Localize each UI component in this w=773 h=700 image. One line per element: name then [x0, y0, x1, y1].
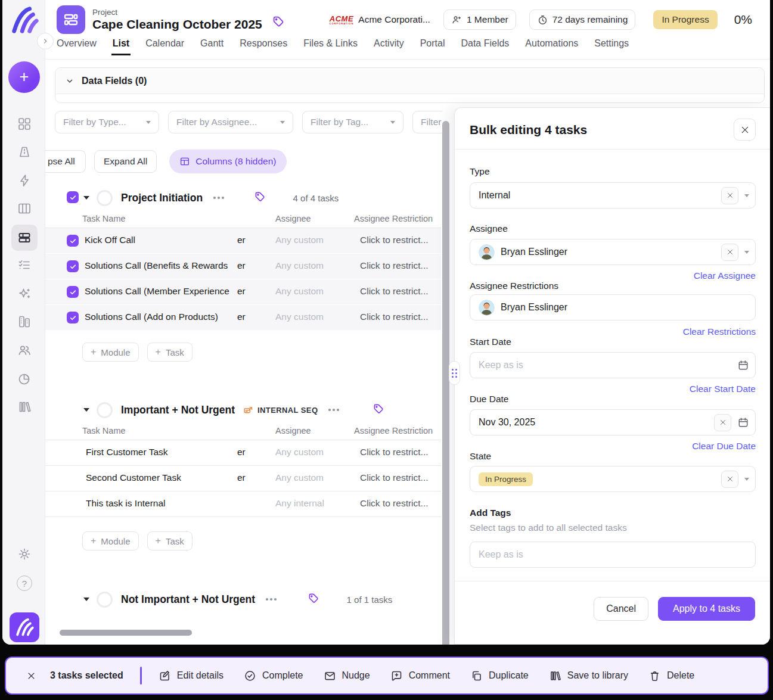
sidebar-item-automations[interactable] [17, 173, 32, 188]
sidebar-item-tasks[interactable] [17, 258, 32, 272]
task-assignee[interactable]: Any custom [275, 447, 330, 458]
task-name[interactable]: First Customer Task [86, 447, 236, 458]
collapse-all-button[interactable]: pse All [45, 150, 86, 173]
clear-type-button[interactable] [721, 187, 738, 204]
filter-more-dropdown[interactable]: Filter [412, 111, 442, 133]
calendar-icon[interactable] [737, 416, 749, 428]
section-menu-button[interactable] [328, 409, 339, 411]
tab-overview[interactable]: Overview [57, 38, 97, 52]
days-remaining-button[interactable]: 72 days remaining [529, 10, 636, 30]
task-name[interactable]: Solutions Call (Benefits & Rewards [85, 260, 235, 271]
client-chip[interactable]: ACME CORPORATION Acme Corporati... [330, 14, 430, 25]
project-tags-button[interactable] [272, 15, 285, 30]
table-row[interactable]: This task is Internal Any internal Click… [45, 491, 441, 517]
tab-automations[interactable]: Automations [525, 38, 578, 52]
tab-portal[interactable]: Portal [420, 38, 445, 52]
row-checkbox[interactable] [67, 312, 79, 323]
tab-gantt[interactable]: Gantt [200, 38, 223, 52]
status-badge[interactable]: In Progress [653, 10, 717, 29]
task-assignee[interactable]: Any custom [275, 260, 330, 271]
filter-assignee-dropdown[interactable]: Filter by Assignee... [168, 111, 293, 133]
sidebar-expand-button[interactable] [37, 33, 54, 49]
sidebar-item-reports[interactable] [17, 372, 32, 386]
section-collapse-caret[interactable] [83, 598, 89, 601]
row-checkbox[interactable] [67, 286, 79, 298]
sidebar-item-projects[interactable] [11, 225, 38, 251]
clear-due-x-button[interactable] [714, 414, 731, 431]
edit-details-button[interactable]: Edit details [159, 670, 223, 682]
section-tags-button[interactable] [254, 191, 266, 205]
row-checkbox[interactable] [67, 260, 79, 272]
clear-due-date-link[interactable]: Clear Due Date [692, 441, 756, 453]
clear-selection-button[interactable] [27, 671, 36, 680]
data-fields-header[interactable]: Data Fields (0) [55, 68, 764, 94]
members-button[interactable]: 1 Member [443, 10, 516, 30]
clear-start-date-link[interactable]: Clear Start Date [690, 384, 756, 396]
tab-data-fields[interactable]: Data Fields [461, 38, 509, 52]
create-button[interactable]: + [8, 61, 40, 93]
apply-button[interactable]: Apply to 4 tasks [658, 597, 755, 621]
calendar-icon[interactable] [737, 359, 749, 371]
section-tags-button[interactable] [372, 403, 384, 417]
section-tags-button[interactable] [308, 592, 319, 606]
nudge-button[interactable]: Nudge [324, 670, 370, 682]
type-field[interactable]: Internal [470, 182, 756, 209]
filter-tag-dropdown[interactable]: Filter by Tag... [302, 111, 403, 133]
save-to-library-button[interactable]: Save to library [549, 670, 628, 682]
add-tags-input[interactable] [479, 549, 749, 560]
task-assignee[interactable]: Any internal [275, 498, 330, 509]
tab-files-links[interactable]: Files & Links [303, 38, 358, 52]
sidebar-item-dashboard[interactable] [17, 117, 32, 131]
start-date-input[interactable] [479, 360, 731, 371]
clear-restrictions-link[interactable]: Clear Restrictions [683, 326, 756, 338]
add-module-button[interactable]: +Module [82, 531, 139, 550]
add-task-button[interactable]: +Task [147, 343, 193, 362]
clear-assignee-link[interactable]: Clear Assignee [694, 270, 756, 282]
table-row[interactable]: Second Customer Task er Any custom Click… [45, 466, 441, 491]
section-checkbox[interactable] [67, 191, 79, 203]
task-name[interactable]: This task is Internal [86, 498, 236, 509]
task-restriction[interactable]: Click to restrict... [360, 235, 441, 245]
caret-down-icon[interactable] [744, 194, 749, 197]
task-restriction[interactable]: Click to restrict... [360, 286, 441, 297]
task-restriction[interactable]: Click to restrict... [360, 498, 441, 509]
task-restriction[interactable]: Click to restrict... [360, 447, 441, 458]
table-row[interactable]: Kick Off Call er Any custom Click to res… [45, 228, 441, 254]
task-name[interactable]: Kick Off Call [85, 235, 235, 245]
expand-all-button[interactable]: Expand All [94, 150, 157, 173]
tab-list[interactable]: List [113, 38, 129, 52]
task-restriction[interactable]: Click to restrict... [360, 312, 441, 322]
row-checkbox[interactable] [67, 235, 79, 247]
sidebar-item-board[interactable] [17, 201, 32, 216]
columns-button[interactable]: Columns (8 hidden) [169, 150, 286, 173]
cancel-button[interactable]: Cancel [594, 597, 648, 621]
add-tags-field[interactable] [470, 542, 756, 568]
sidebar-item-ai[interactable] [17, 287, 32, 301]
tab-settings[interactable]: Settings [594, 38, 629, 52]
task-assignee[interactable]: Any custom [275, 235, 330, 245]
table-row[interactable]: Solutions Call (Member Experience er Any… [45, 279, 441, 305]
section-menu-button[interactable] [266, 598, 277, 601]
section-status-circle[interactable] [97, 592, 113, 608]
task-name[interactable]: Second Customer Task [86, 472, 236, 483]
tab-calendar[interactable]: Calendar [145, 38, 184, 52]
restrictions-field[interactable]: Bryan Esslinger [470, 294, 756, 321]
horizontal-scrollbar[interactable] [60, 630, 192, 636]
filter-type-dropdown[interactable]: Filter by Type... [55, 111, 159, 133]
sidebar-item-library[interactable] [17, 400, 32, 414]
clear-state-button[interactable] [721, 471, 738, 488]
start-date-field[interactable] [470, 352, 756, 378]
task-name[interactable]: Solutions Call (Member Experience [85, 286, 235, 297]
state-field[interactable]: In Progress [470, 466, 756, 492]
sidebar-item-clients[interactable] [17, 315, 32, 329]
add-module-button[interactable]: +Module [82, 343, 139, 362]
assignee-field[interactable]: Bryan Esslinger [470, 239, 756, 265]
add-task-button[interactable]: +Task [147, 531, 193, 550]
panel-resize-handle[interactable] [449, 361, 460, 385]
workspace-logo[interactable] [10, 612, 39, 642]
clear-assignee-x-button[interactable] [721, 244, 738, 261]
help-button[interactable]: ? [17, 575, 32, 591]
sidebar-item-team[interactable] [17, 343, 32, 357]
duplicate-button[interactable]: Duplicate [470, 670, 529, 682]
task-assignee[interactable]: Any custom [275, 472, 330, 483]
